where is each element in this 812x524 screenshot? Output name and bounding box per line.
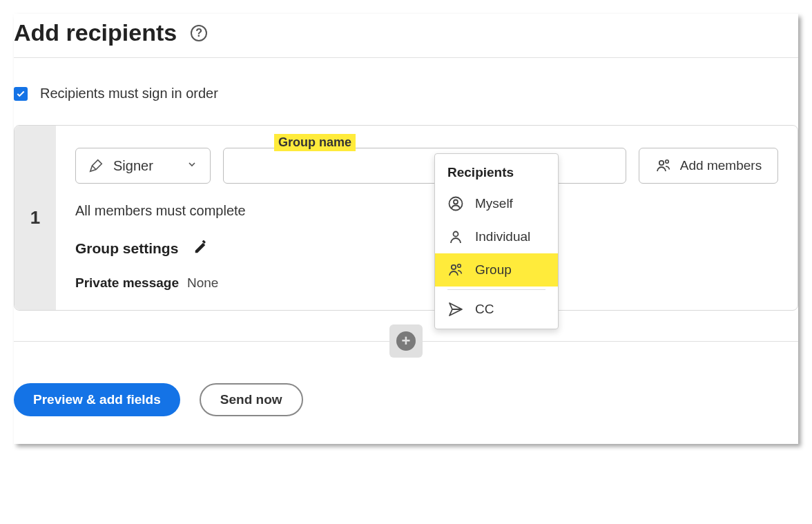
chevron-down-icon (186, 159, 197, 173)
header: Add recipients ? (14, 14, 798, 58)
dropdown-item-label: CC (475, 302, 494, 317)
add-members-label: Add members (680, 158, 762, 173)
group-add-icon (655, 157, 672, 174)
role-name: Signer (113, 158, 153, 174)
recipient-card: 1 Group name Signer Add members (14, 125, 798, 311)
group-icon (447, 262, 464, 278)
dropdown-item-cc[interactable]: CC (435, 293, 558, 326)
recipient-top-row: Signer Add members (75, 148, 778, 184)
checkmark-icon (16, 89, 26, 99)
recipient-body: Group name Signer Add members (56, 126, 798, 310)
recipients-dropdown: Recipients Myself Individual Group CC (434, 153, 559, 329)
dropdown-divider (447, 289, 545, 290)
dropdown-item-individual[interactable]: Individual (435, 220, 558, 253)
group-settings-row: Group settings (75, 240, 778, 258)
myself-icon (447, 195, 464, 212)
recipient-index: 1 (14, 126, 56, 310)
private-message-label: Private message (75, 275, 179, 291)
actions-row: Preview & add fields Send now (14, 383, 798, 416)
dropdown-item-label: Group (475, 262, 512, 278)
private-message-value: None (187, 275, 218, 291)
dropdown-item-group[interactable]: Group (435, 253, 558, 287)
help-icon[interactable]: ? (191, 25, 207, 41)
dropdown-item-label: Individual (475, 229, 530, 244)
svg-point-0 (659, 161, 664, 165)
dropdown-header: Recipients (435, 154, 558, 187)
pen-nib-icon (88, 158, 104, 173)
preview-add-fields-button[interactable]: Preview & add fields (14, 383, 180, 416)
send-icon (447, 301, 464, 318)
edit-settings-button[interactable] (193, 240, 209, 258)
add-recipients-panel: Add recipients ? Recipients must sign in… (14, 14, 798, 444)
sign-order-label: Recipients must sign in order (40, 86, 218, 101)
send-now-button[interactable]: Send now (200, 383, 303, 416)
pencil-icon (193, 240, 209, 255)
add-members-button[interactable]: Add members (639, 148, 778, 184)
page-title: Add recipients (14, 19, 177, 46)
group-name-input[interactable] (223, 148, 626, 184)
dropdown-item-myself[interactable]: Myself (435, 187, 558, 220)
dropdown-item-label: Myself (475, 196, 513, 211)
svg-point-5 (452, 265, 456, 269)
sign-order-row: Recipients must sign in order (14, 86, 798, 101)
svg-point-1 (666, 160, 669, 164)
group-name-label: Group name (274, 134, 356, 151)
individual-icon (447, 229, 464, 245)
group-settings-label: Group settings (75, 240, 178, 257)
role-select[interactable]: Signer (75, 148, 211, 184)
svg-point-6 (458, 264, 461, 268)
svg-point-3 (454, 200, 458, 204)
private-message-row: Private message None (75, 275, 778, 291)
sign-order-checkbox[interactable] (14, 87, 28, 101)
recipient-note: All members must complete (75, 203, 778, 219)
svg-point-4 (454, 232, 458, 237)
plus-icon: + (396, 331, 416, 351)
